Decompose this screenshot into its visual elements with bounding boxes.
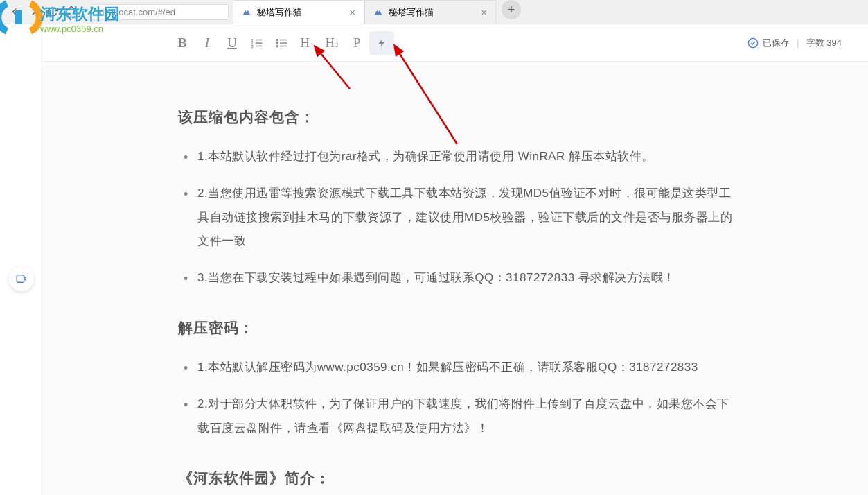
svg-text:3: 3 (251, 44, 254, 48)
main-column: B I U 123 H1 H2 P 已保存 (42, 24, 868, 495)
home-icon[interactable] (65, 6, 78, 18)
flash-button[interactable] (369, 31, 394, 55)
heading-compress-contents[interactable]: 该压缩包内容包含： (178, 103, 739, 131)
lightning-icon (377, 37, 387, 49)
h2-button[interactable]: H2 (319, 31, 344, 55)
close-icon[interactable]: × (349, 6, 355, 18)
browser-chrome: xiezuocat.com/#/ed 秘塔写作猫 × 秘塔写作猫 × + (0, 0, 868, 24)
svg-rect-3 (17, 275, 24, 283)
heading-intro[interactable]: 《河东软件园》简介： (178, 464, 739, 492)
unordered-list-icon (276, 37, 288, 49)
svg-point-15 (276, 45, 278, 46)
tab-strip: 秘塔写作猫 × 秘塔写作猫 × + (233, 0, 521, 24)
svg-point-13 (276, 39, 278, 40)
paragraph-button[interactable]: P (344, 31, 369, 55)
forward-icon[interactable] (28, 6, 40, 18)
editor-area: B I U 123 H1 H2 P 已保存 (0, 24, 868, 495)
heading-password[interactable]: 解压密码： (178, 314, 739, 342)
url-bar[interactable]: xiezuocat.com/#/ed (90, 4, 229, 20)
svg-point-14 (276, 42, 278, 43)
back-icon[interactable] (8, 6, 21, 18)
tab-2[interactable]: 秘塔写作猫 × (364, 0, 496, 24)
saved-status: 已保存 (747, 37, 790, 49)
tab-1[interactable]: 秘塔写作猫 × (233, 0, 364, 24)
list-item[interactable]: 1.本站默认解压密码为www.pc0359.cn！如果解压密码不正确，请联系客服… (197, 356, 739, 380)
collapse-sidebar-button[interactable] (9, 266, 34, 291)
list-item[interactable]: 2.对于部分大体积软件，为了保证用户的下载速度，我们将附件上传到了百度云盘中，如… (197, 392, 739, 441)
svg-point-16 (749, 38, 758, 47)
check-circle-icon (747, 37, 759, 49)
collapse-icon (15, 272, 28, 285)
tab-favicon-icon (373, 8, 383, 17)
h1-button[interactable]: H1 (294, 31, 319, 55)
formatting-toolbar: B I U 123 H1 H2 P 已保存 (42, 24, 868, 62)
document-content[interactable]: 该压缩包内容包含： 1.本站默认软件经过打包为rar格式，为确保正常使用请使用 … (171, 89, 739, 495)
ordered-list-icon: 123 (251, 37, 263, 49)
underline-button[interactable]: U (220, 31, 245, 55)
list-item[interactable]: 1.本站默认软件经过打包为rar格式，为确保正常使用请使用 WinRAR 解压本… (197, 145, 739, 169)
nav-controls (0, 6, 86, 18)
italic-button[interactable]: I (195, 31, 220, 55)
list-compress: 1.本站默认软件经过打包为rar格式，为确保正常使用请使用 WinRAR 解压本… (178, 145, 739, 290)
new-tab-button[interactable]: + (502, 0, 521, 19)
status-divider: | (797, 37, 799, 48)
unordered-list-button[interactable] (269, 31, 294, 55)
document-viewport[interactable]: 该压缩包内容包含： 1.本站默认软件经过打包为rar格式，为确保正常使用请使用 … (42, 62, 868, 495)
status-bar: 已保存 | 字数 394 (747, 37, 842, 49)
list-item[interactable]: 3.当您在下载安装过程中如果遇到问题，可通过联系QQ：3187272833 寻求… (197, 266, 739, 290)
tab-favicon-icon (242, 8, 251, 17)
word-count: 字数 394 (806, 37, 842, 49)
tab-title: 秘塔写作猫 (257, 6, 302, 19)
reload-icon[interactable] (47, 6, 58, 17)
ordered-list-button[interactable]: 123 (245, 31, 269, 55)
list-item[interactable]: 2.当您使用迅雷等搜索资源模式下载工具下载本站资源，发现MD5值验证不对时，很可… (197, 182, 739, 254)
bold-button[interactable]: B (170, 31, 195, 55)
left-gutter (0, 24, 42, 495)
tab-title: 秘塔写作猫 (389, 6, 434, 19)
close-icon[interactable]: × (481, 6, 487, 18)
list-password: 1.本站默认解压密码为www.pc0359.cn！如果解压密码不正确，请联系客服… (178, 356, 739, 441)
